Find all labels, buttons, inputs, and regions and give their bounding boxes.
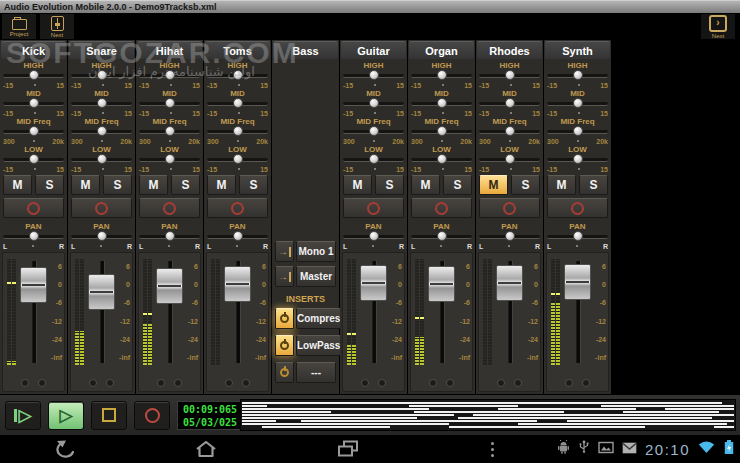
- channel-tab-guitar[interactable]: Guitar: [341, 41, 406, 59]
- solo-button[interactable]: S: [443, 175, 472, 195]
- pan-slider[interactable]: [479, 231, 540, 242]
- route-button[interactable]: Master: [296, 266, 336, 287]
- pan-slider[interactable]: [139, 231, 200, 242]
- eq-slider-low[interactable]: [343, 154, 404, 165]
- fader-cap[interactable]: [224, 266, 251, 302]
- slider-thumb[interactable]: [165, 126, 175, 136]
- record-button[interactable]: [134, 401, 170, 430]
- slider-thumb[interactable]: [233, 98, 243, 108]
- pan-thumb[interactable]: [369, 231, 379, 241]
- back-button[interactable]: [52, 440, 80, 458]
- eq-slider-mid-freq[interactable]: [479, 126, 540, 137]
- eq-slider-low[interactable]: [139, 154, 200, 165]
- pan-thumb[interactable]: [437, 231, 447, 241]
- pan-thumb[interactable]: [505, 231, 515, 241]
- play-from-start-button[interactable]: ▷: [5, 401, 41, 430]
- slider-thumb[interactable]: [573, 98, 583, 108]
- slider-thumb[interactable]: [233, 126, 243, 136]
- eq-slider-high[interactable]: [207, 70, 268, 81]
- eq-slider-mid[interactable]: [547, 98, 608, 109]
- route-icon-button[interactable]: →: [275, 241, 294, 262]
- route-icon-button[interactable]: →: [275, 266, 294, 287]
- record-arm-button[interactable]: [207, 198, 268, 218]
- slider-thumb[interactable]: [369, 98, 379, 108]
- slider-thumb[interactable]: [29, 126, 39, 136]
- eq-slider-high[interactable]: [343, 70, 404, 81]
- mute-button[interactable]: M: [479, 175, 508, 195]
- eq-slider-mid[interactable]: [411, 98, 472, 109]
- eq-slider-high[interactable]: [547, 70, 608, 81]
- slider-thumb[interactable]: [505, 98, 515, 108]
- slider-thumb[interactable]: [97, 70, 107, 80]
- menu-button[interactable]: [478, 440, 506, 458]
- record-arm-button[interactable]: [479, 198, 540, 218]
- eq-slider-mid-freq[interactable]: [71, 126, 132, 137]
- eq-slider-low[interactable]: [3, 154, 64, 165]
- insert-button-empty[interactable]: ---: [296, 362, 336, 383]
- insert-button-lowpass[interactable]: LowPass: [296, 335, 341, 356]
- play-button[interactable]: ▷: [48, 401, 84, 430]
- slider-thumb[interactable]: [573, 154, 583, 164]
- eq-slider-low[interactable]: [207, 154, 268, 165]
- eq-slider-high[interactable]: [3, 70, 64, 81]
- insert-power-button-empty[interactable]: [275, 362, 294, 383]
- solo-button[interactable]: S: [239, 175, 268, 195]
- arrangement-overview[interactable]: [240, 399, 736, 431]
- mute-button[interactable]: M: [343, 175, 372, 195]
- slider-thumb[interactable]: [369, 126, 379, 136]
- channel-tab-hihat[interactable]: Hihat: [137, 41, 202, 59]
- record-arm-button[interactable]: [547, 198, 608, 218]
- pan-thumb[interactable]: [233, 231, 243, 241]
- pan-slider[interactable]: [547, 231, 608, 242]
- fader-cap[interactable]: [496, 265, 523, 301]
- mute-button[interactable]: M: [547, 175, 576, 195]
- slider-thumb[interactable]: [437, 154, 447, 164]
- mute-button[interactable]: M: [139, 175, 168, 195]
- fader-cap[interactable]: [564, 264, 591, 300]
- slider-thumb[interactable]: [97, 98, 107, 108]
- eq-slider-high[interactable]: [71, 70, 132, 81]
- pan-thumb[interactable]: [29, 231, 39, 241]
- home-button[interactable]: [192, 440, 220, 458]
- slider-thumb[interactable]: [165, 98, 175, 108]
- slider-thumb[interactable]: [165, 154, 175, 164]
- slider-thumb[interactable]: [437, 70, 447, 80]
- pan-thumb[interactable]: [165, 231, 175, 241]
- eq-slider-mid-freq[interactable]: [139, 126, 200, 137]
- eq-slider-high[interactable]: [479, 70, 540, 81]
- next-page-button[interactable]: › Next: [701, 14, 735, 39]
- slider-thumb[interactable]: [97, 126, 107, 136]
- eq-slider-mid[interactable]: [71, 98, 132, 109]
- channel-tab-snare[interactable]: Snare: [69, 41, 134, 59]
- eq-slider-high[interactable]: [411, 70, 472, 81]
- insert-power-button-compres[interactable]: [275, 308, 294, 329]
- slider-thumb[interactable]: [505, 126, 515, 136]
- project-button[interactable]: Project: [2, 14, 36, 39]
- slider-thumb[interactable]: [165, 70, 175, 80]
- eq-slider-mid[interactable]: [479, 98, 540, 109]
- route-button[interactable]: Mono 1: [296, 241, 336, 262]
- eq-slider-mid-freq[interactable]: [207, 126, 268, 137]
- slider-thumb[interactable]: [573, 126, 583, 136]
- recents-button[interactable]: [334, 440, 362, 458]
- eq-slider-mid[interactable]: [343, 98, 404, 109]
- eq-slider-mid-freq[interactable]: [343, 126, 404, 137]
- eq-slider-mid[interactable]: [207, 98, 268, 109]
- slider-thumb[interactable]: [29, 154, 39, 164]
- mixer-view-next-button[interactable]: Next: [40, 14, 74, 39]
- insert-power-button-lowpass[interactable]: [275, 335, 294, 356]
- pan-slider[interactable]: [343, 231, 404, 242]
- fader-cap[interactable]: [156, 268, 183, 304]
- solo-button[interactable]: S: [171, 175, 200, 195]
- solo-button[interactable]: S: [511, 175, 540, 195]
- slider-thumb[interactable]: [369, 154, 379, 164]
- eq-slider-high[interactable]: [139, 70, 200, 81]
- mute-button[interactable]: M: [3, 175, 32, 195]
- channel-tab-bass[interactable]: Bass: [273, 41, 338, 59]
- slider-thumb[interactable]: [505, 154, 515, 164]
- insert-button-compres[interactable]: Compres: [296, 308, 341, 329]
- eq-slider-low[interactable]: [479, 154, 540, 165]
- eq-slider-low[interactable]: [411, 154, 472, 165]
- pan-slider[interactable]: [411, 231, 472, 242]
- channel-tab-kick[interactable]: Kick: [1, 41, 66, 59]
